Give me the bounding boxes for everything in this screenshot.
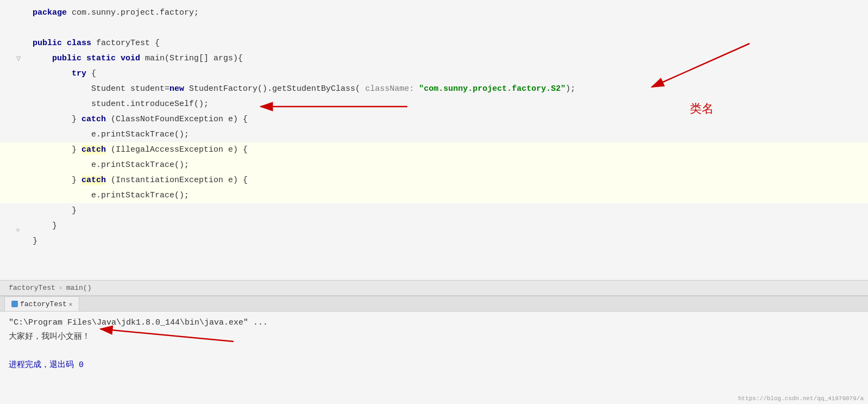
code-line-5: try { [0,66,868,82]
code-line-2 [0,21,868,36]
code-line-7: student.introduceSelf(); [0,97,868,112]
line-content-6: Student student=new StudentFactory().get… [27,82,575,97]
console-line-2-text: 大家好，我叫小文丽！ [9,332,90,341]
code-line-4: ▽ public static void main(String[] args)… [0,51,868,66]
line-content-12: } catch (InstantiationException e) { [27,173,248,188]
line-content-1: package com.sunny.project.factory; [27,5,199,21]
code-line-8: } catch (ClassNotFoundException e) { [0,112,868,127]
code-line-1: package com.sunny.project.factory; [0,5,868,21]
line-content-4: public static void main(String[] args){ [27,51,243,66]
tab-close-button[interactable]: ✕ [69,301,73,308]
code-line-16: } [0,234,868,249]
console-line-3: 进程完成，退出码 0 [9,358,859,372]
line-content-15: } [27,219,57,234]
console-line-3-text: 进程完成，退出码 0 [9,361,84,370]
console-tab-factory-test[interactable]: factoryTest ✕ [4,296,79,311]
code-line-9: e.printStackTrace(); [0,127,868,142]
line-content-8: } catch (ClassNotFoundException e) { [27,112,248,127]
console-line-1-text: "C:\Program Files\Java\jdk1.8.0_144\bin\… [9,318,268,327]
code-line-13: e.printStackTrace(); [0,188,868,203]
console-line-3-blank [9,344,859,358]
breadcrumb-method: main() [66,284,92,292]
line-content-14: } [27,203,77,219]
code-line-6: Student student=new StudentFactory().get… [0,82,868,97]
code-line-15: ⊙ } [0,219,868,234]
code-line-3: public class factoryTest { [0,36,868,51]
line-content-5: try { [27,66,96,82]
line-content-11: e.printStackTrace(); [27,158,189,173]
line-content-2 [27,21,37,36]
url-watermark: https://blog.csdn.net/qq_41979079/a [738,395,864,402]
line-content-3: public class factoryTest { [27,36,160,51]
code-line-12: } catch (InstantiationException e) { [0,173,868,188]
url-text: https://blog.csdn.net/qq_41979079/a [738,395,864,402]
console-area: factoryTest ✕ "C:\Program Files\Java\jdk… [0,295,868,404]
gutter-fold-icon: ▽ [16,51,21,66]
console-output: "C:\Program Files\Java\jdk1.8.0_144\bin\… [0,312,868,404]
code-line-11: e.printStackTrace(); [0,158,868,173]
code-line-10: } catch (IllegalAccessException e) { [0,142,868,158]
code-editor: package com.sunny.project.factory; publi… [0,0,868,280]
console-tab-label: factoryTest [20,300,67,308]
status-bar: factoryTest › main() [0,280,868,295]
console-tab-bar: factoryTest ✕ [0,296,868,312]
breadcrumb-separator: › [59,284,63,292]
line-content-16: } [27,234,37,249]
line-content-7: student.introduceSelf(); [27,97,209,112]
line-content-9: e.printStackTrace(); [27,127,189,142]
line-content-10: } catch (IllegalAccessException e) { [27,142,248,158]
console-line-1: "C:\Program Files\Java\jdk1.8.0_144\bin\… [9,316,859,330]
line-content-13: e.printStackTrace(); [27,188,189,203]
code-line-14: } [0,203,868,219]
tab-icon [11,301,18,307]
console-line-2: 大家好，我叫小文丽！ [9,330,859,344]
breadcrumb-class: factoryTest [9,284,55,292]
